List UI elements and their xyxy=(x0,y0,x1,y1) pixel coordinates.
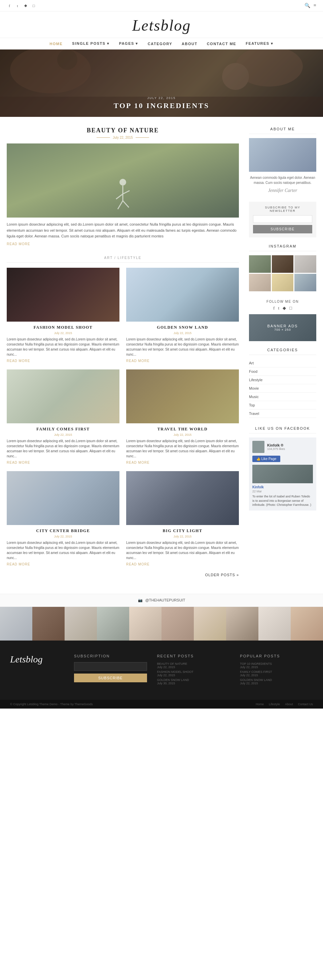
footer-subscription-col: SUBSCRIPTION SUBSCRIBE xyxy=(74,654,147,686)
newsletter-button[interactable]: SUBSCRIBE xyxy=(253,225,312,233)
svg-line-9 xyxy=(118,201,123,209)
grid-post-0-date: July 22, 2015 xyxy=(7,331,119,335)
footer-recent-2-title: GOLDEN SNOW LAND xyxy=(157,678,230,682)
footer-nav-lifestyle[interactable]: Lifestyle xyxy=(269,703,280,706)
main-nav: HOME SINGLE POSTS ▾ PAGES ▾ CATEGORY ABO… xyxy=(0,38,323,49)
strip-photo-9 xyxy=(258,607,291,641)
cat-music[interactable]: Music xyxy=(249,393,316,401)
cat-top[interactable]: Top xyxy=(249,401,316,409)
menu-icon[interactable]: ≡ xyxy=(314,3,316,8)
footer-popular-1[interactable]: FAMILY COMES FIRST July 22, 2015 xyxy=(240,670,313,677)
nav-pages[interactable]: PAGES ▾ xyxy=(114,38,143,49)
svg-line-10 xyxy=(123,201,129,207)
footer-recent-1-date: July 22, 2015 xyxy=(157,673,230,677)
cat-art[interactable]: Art xyxy=(249,359,316,368)
newsletter-input[interactable] xyxy=(253,215,312,223)
nav-contact[interactable]: CONTACT ME xyxy=(202,38,241,49)
grid-post-2-readmore[interactable]: READ MORE xyxy=(7,461,119,465)
instagram-strip: 📷 @THEHAUTEPURSUIT xyxy=(0,594,323,607)
cat-movie[interactable]: Movie xyxy=(249,384,316,393)
search-icon[interactable]: 🔍 xyxy=(304,3,310,8)
twitter-icon[interactable]: t xyxy=(15,3,20,8)
follow-twitter-icon[interactable]: t xyxy=(278,305,279,311)
footer-recent-1-title: FASHION MODEL SHOOT xyxy=(157,670,230,673)
footer-nav-home[interactable]: Home xyxy=(256,703,264,706)
cat-travel[interactable]: Travel xyxy=(249,409,316,418)
older-posts-link[interactable]: OLDER POSTS » xyxy=(7,573,239,577)
fb-sub-date: 22 Mar xyxy=(252,490,313,493)
banner-ad[interactable]: BANNER ADS 700 × 250 xyxy=(249,314,316,341)
footer-popular-title: POPULAR POSTS xyxy=(240,654,313,658)
insta-cell-6[interactable] xyxy=(294,274,316,291)
footer-popular-2-title: GOLDEN SNOW LAND xyxy=(240,678,313,682)
pinterest-icon[interactable]: ◆ xyxy=(23,3,28,8)
footer-popular-0[interactable]: TOP 10 INGREDIENTS July 22, 2015 xyxy=(240,662,313,669)
insta-cell-5[interactable] xyxy=(272,274,294,291)
grid-post-0-readmore[interactable]: READ MORE xyxy=(7,359,119,363)
hero-section: JULY 22, 2015 TOP 10 INGREDIENTS xyxy=(0,49,323,117)
footer-popular-1-date: July 22, 2015 xyxy=(240,673,313,677)
grid-post-2-text: Lorem ipsum dosecteur adipiscing elit, s… xyxy=(7,439,119,459)
insta-cell-4[interactable] xyxy=(249,274,271,291)
cat-food[interactable]: Food xyxy=(249,368,316,376)
grid-post-0-text: Lorem ipsum dosecteur adipiscing elit, s… xyxy=(7,337,119,357)
nav-single-posts[interactable]: SINGLE POSTS ▾ xyxy=(67,38,114,49)
banner-ad-label: BANNER ADS xyxy=(268,324,298,328)
cat-lifestyle[interactable]: Lifestyle xyxy=(249,376,316,384)
footer-recent-0[interactable]: BEAUTY OF NATURE July 22, 2015 xyxy=(157,662,230,669)
grid-post-1-readmore[interactable]: READ MORE xyxy=(126,359,239,363)
fb-post-image xyxy=(252,465,313,483)
strip-photo-5 xyxy=(129,607,162,641)
grid-post-1-image xyxy=(126,268,239,321)
footer-subscribe-button[interactable]: SUBSCRIBE xyxy=(74,673,147,682)
grid-post-3-image xyxy=(126,369,239,423)
featured-post-image xyxy=(7,143,239,218)
facebook-icon[interactable]: f xyxy=(7,3,12,8)
insta-cell-1[interactable] xyxy=(249,255,271,273)
featured-post: BEAUTY OF NATURE July 22, 2015 Lorem ips… xyxy=(7,127,239,246)
grid-post-5-image xyxy=(126,471,239,525)
grid-post-4-readmore[interactable]: READ MORE xyxy=(7,562,119,566)
strip-photo-10 xyxy=(291,607,323,641)
site-logo[interactable]: Letsblog xyxy=(0,16,323,34)
grid-post-4: CITY CENTER BRIDGE July 22, 2015 Lorem i… xyxy=(7,471,119,566)
nav-features[interactable]: FEATURES ▾ xyxy=(241,38,278,49)
content-area: BEAUTY OF NATURE July 22, 2015 Lorem ips… xyxy=(7,127,239,584)
footer-subscription-input[interactable] xyxy=(74,662,147,671)
follow-facebook-icon[interactable]: f xyxy=(273,305,274,311)
footer-popular-2-date: July 22, 2015 xyxy=(240,682,313,685)
follow-instagram-icon[interactable]: □ xyxy=(289,305,292,311)
insta-cell-2[interactable] xyxy=(272,255,294,273)
insta-cell-3[interactable] xyxy=(294,255,316,273)
footer-nav-about[interactable]: About xyxy=(285,703,293,706)
featured-read-more[interactable]: READ MORE xyxy=(7,242,239,246)
footer-popular-2[interactable]: GOLDEN SNOW LAND July 22, 2015 xyxy=(240,678,313,685)
grid-post-2: FAMILY COMES FIRST July 22, 2015 Lorem i… xyxy=(7,369,119,465)
strip-photo-3 xyxy=(65,607,97,641)
footer-recent-2-date: July 30, 2015 xyxy=(157,682,230,685)
about-image xyxy=(249,138,316,172)
footer-recent-1[interactable]: FASHION MODEL SHOOT July 22, 2015 xyxy=(157,670,230,677)
fb-name: Kinfolk ® xyxy=(267,443,285,447)
footer-logo[interactable]: Letsblog xyxy=(10,654,64,665)
footer-grid: Letsblog SUBSCRIPTION SUBSCRIBE RECENT P… xyxy=(10,654,313,686)
grid-post-3-text: Lorem ipsum dosecteur adipiscing elit, s… xyxy=(126,439,239,459)
nav-home[interactable]: HOME xyxy=(45,38,67,49)
svg-line-7 xyxy=(116,194,123,199)
nav-about[interactable]: ABOUT xyxy=(177,38,202,49)
nav-category[interactable]: CATEGORY xyxy=(143,38,177,49)
grid-post-5-readmore[interactable]: READ MORE xyxy=(126,562,239,566)
newsletter-title: SUBSCRIBE TO MY NEWSLETTER xyxy=(253,206,312,213)
instagram-handle[interactable]: @THEHAUTEPURSUIT xyxy=(145,598,185,602)
footer-nav-contact[interactable]: Contact Us xyxy=(298,703,313,706)
fb-like-button[interactable]: 👍 Like Page xyxy=(252,456,280,462)
categories-title: CATEGORIES xyxy=(249,348,316,355)
follow-pinterest-icon[interactable]: ◆ xyxy=(283,305,286,311)
grid-post-3-readmore[interactable]: READ MORE xyxy=(126,461,239,465)
follow-icons: f t ◆ □ xyxy=(249,305,316,311)
fb-post-text: To enter the lot of Isabel and Ruben Tol… xyxy=(252,495,313,507)
grid-post-5-date: July 22, 2015 xyxy=(126,535,239,538)
footer-recent-2[interactable]: GOLDEN SNOW LAND July 30, 2015 xyxy=(157,678,230,685)
grid-post-4-image xyxy=(7,471,119,525)
instagram-icon[interactable]: □ xyxy=(31,3,36,8)
